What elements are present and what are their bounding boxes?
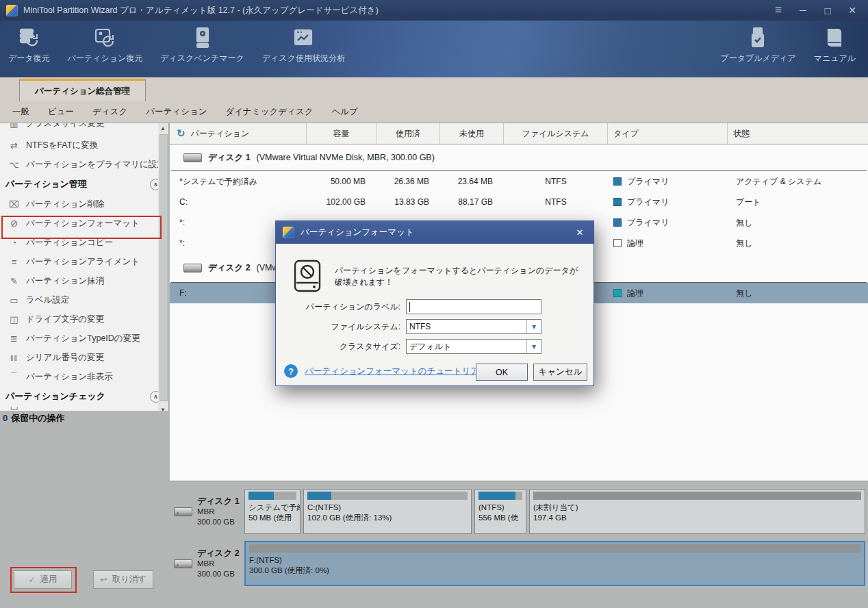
sidebar-item-label: シリアル番号の変更 [26,352,104,364]
sidebar-item-set-partition-primary[interactable]: パーティションをプライマリに設定 [0,155,168,174]
scrollbar-thumb[interactable] [159,134,168,401]
table-row-c-drive[interactable]: C: 102.00 GB 13.83 GB 88.17 GB NTFS プライマ… [170,192,868,212]
partition-label: (未割り当て) [533,503,861,513]
sidebar-item-inner: クラスタサイズ変更 [8,123,105,133]
toolbar-bootable-media[interactable]: ブータブルメディア [720,26,795,64]
table-row-system-reserved[interactable]: *システムで予約済み 50.00 MB 26.36 MB 23.64 MB NT… [170,171,868,192]
maximize-button[interactable] [819,3,837,18]
diskmap-disk2-info[interactable]: ディスク 2 MBR 300.00 GB [170,540,243,587]
column-partition[interactable]: パーティション [170,123,307,144]
sidebar-item-change-type-id[interactable]: パーティションTypeIDの変更 [0,329,168,348]
filesystem-row: ファイルシステム: NTFS [279,318,541,335]
usage-bar [533,492,861,500]
label-icon [8,295,20,305]
minimize-button[interactable] [794,3,812,18]
cluster-size-select[interactable]: デフォルト [406,339,541,354]
diskmap-partition-system-reserved[interactable]: システムで予約 50 MB (使用 [244,489,301,534]
dialog-close-button[interactable] [573,227,587,238]
dialog-title-bar[interactable]: パーティションフォーマット [276,221,593,244]
refresh-icon[interactable] [177,123,186,144]
tab-partition-management[interactable]: パーティション総合管理 [19,79,146,101]
cluster-size-field-label: クラスタサイズ: [279,341,406,353]
scroll-down-icon[interactable]: ▼ [160,407,166,411]
help-icon[interactable]: ? [284,364,298,378]
sidebar-item-label: NTFSをFATに変換 [26,140,98,151]
format-partition-icon [8,218,20,229]
filesystem-field-label: ファイルシステム: [279,321,406,333]
column-filesystem[interactable]: ファイルシステム [504,123,608,144]
partition-label: C:(NTFS) [307,503,468,513]
partition-type-square [613,239,622,247]
sidebar-item-label: ラベル設定 [26,294,69,306]
hamburger-menu-icon[interactable] [769,3,787,18]
cluster-size-selected-value: デフォルト [409,341,451,353]
sidebar-item-convert-ntfs-to-fat[interactable]: NTFSをFATに変換 [0,136,168,155]
app-logo-icon [6,5,18,16]
sidebar-item-copy-partition[interactable]: パーティションコピー [0,233,168,252]
cancel-button[interactable]: キャンセル [533,364,587,381]
partition-detail: 197.4 GB [533,513,861,523]
close-button[interactable] [843,3,861,18]
diskmap-partition-ntfs[interactable]: (NTFS) 556 MB (使 [474,489,526,534]
disk-benchmark-icon [191,26,214,49]
toolbar-manual[interactable]: マニュアル [814,26,856,64]
sidebar-item-partition-alignment[interactable]: パーティションアライメント [0,252,168,271]
dialog-title: パーティションフォーマット [301,227,414,238]
sidebar-item-change-serial-number[interactable]: シリアル番号の変更 [0,348,168,367]
sidebar-item-partial[interactable] [0,407,168,411]
diskmap-partition-f[interactable]: F:(NTFS) 300.0 GB (使用済: 0%) [244,541,865,586]
undo-button[interactable]: 取り消す [93,570,153,589]
diskmap-disk1-row: ディスク 1 MBR 300.00 GB システムで予約 50 MB (使用 C… [170,488,867,535]
menu-partition[interactable]: パーティション [146,106,207,118]
partition-detail: 300.0 GB (使用済: 0%) [249,566,860,576]
toolbar-partition-recovery[interactable]: パーティション復元 [68,26,143,64]
column-unused[interactable]: 未使用 [440,123,504,144]
toolbar-data-recovery[interactable]: データ復元 [8,26,50,64]
partition-label-input[interactable] [406,299,541,314]
menu-view[interactable]: ビュー [48,106,74,118]
ok-button[interactable]: OK [476,364,528,381]
type-value: プライマリ [627,176,669,188]
sidebar-item-set-label[interactable]: ラベル設定 [0,290,168,309]
chevron-down-icon[interactable] [526,340,541,353]
diskmap-disk1-info[interactable]: ディスク 1 MBR 300.00 GB [170,488,243,535]
disk-name: ディスク 1 [197,496,240,506]
toolbar-label: ディスク使用状況分析 [262,53,345,64]
partition-name: *システムで予約済み [170,176,307,188]
tutorial-link[interactable]: パーティションフォーマットのチュートリアル [305,366,488,377]
status-value: アクティブ & システム [728,176,868,188]
sidebar-item-delete-partition[interactable]: パーティション削除 [0,194,168,214]
filesystem-select[interactable]: NTFS [406,319,541,334]
partition-detail: 50 MB (使用 [248,513,296,523]
menu-general[interactable]: 一般 [12,106,29,118]
capacity-value: 102.00 GB [307,197,376,207]
drive-letter-icon [8,314,20,325]
scroll-up-icon[interactable]: ▲ [160,125,166,131]
menu-dynamic-disk[interactable]: ダイナミックディスク [226,106,314,118]
sidebar-item-change-drive-letter[interactable]: ドライブ文字の変更 [0,309,168,329]
layers-icon [8,333,20,344]
unused-value: 23.64 MB [440,177,504,186]
sidebar-item-change-cluster-size[interactable]: クラスタサイズ変更 [0,123,168,136]
column-capacity[interactable]: 容量 [307,123,376,144]
toolbar-disk-benchmark[interactable]: ディスクベンチマーク [160,26,244,64]
sidebar-section-partition-check[interactable]: パーティションチェック [0,386,168,407]
column-type[interactable]: タイプ [608,123,728,144]
menu-disk[interactable]: ディスク [92,106,127,118]
disk-name: ディスク 1 [208,152,251,164]
apply-button[interactable]: 適用 [14,570,72,589]
chevron-down-icon[interactable] [526,320,541,333]
menu-help[interactable]: ヘルプ [331,106,357,118]
sidebar-item-wipe-partition[interactable]: パーティション抹消 [0,271,168,290]
sidebar-item-hide-partition[interactable]: パーティション非表示 [0,367,168,386]
diskmap-partition-c[interactable]: C:(NTFS) 102.0 GB (使用済: 13%) [303,489,472,534]
column-status[interactable]: 状態 [728,123,868,144]
sidebar-section-partition-management[interactable]: パーティション管理 [0,174,168,194]
toolbar-disk-usage-analysis[interactable]: ディスク使用状況分析 [262,26,345,64]
diskmap-partition-unallocated[interactable]: (未割り当て) 197.4 GB [529,489,865,534]
column-used[interactable]: 使用済 [376,123,440,144]
sidebar-item-format-partition[interactable]: パーティションフォーマット [0,214,168,233]
table-row-disk1-header[interactable]: ディスク 1 (VMware Virtual NVMe Disk, MBR, 3… [171,144,867,171]
dialog-help-row: ? パーティションフォーマットのチュートリアル [284,364,488,378]
toolbar-label: データ復元 [8,53,50,64]
